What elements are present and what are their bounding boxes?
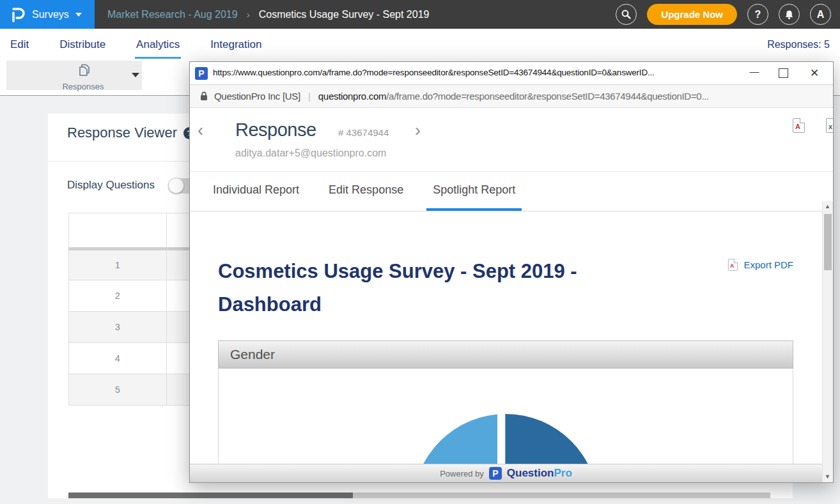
search-icon (621, 10, 631, 19)
gender-panel: Gender (218, 340, 793, 464)
response-id-label: # 43674944 (338, 127, 389, 138)
response-header: ‹ Response # 43674944 › aditya.datar+5@q… (190, 108, 833, 172)
spotlight-report-content: Cosmetics Usage Survey - Sept 2019 - Das… (190, 211, 822, 464)
respondent-email: aditya.datar+5@questionpro.com (235, 148, 386, 159)
horizontal-scrollbar[interactable] (68, 493, 770, 498)
horizontal-scrollbar-thumb[interactable] (68, 493, 353, 498)
nav-item-edit[interactable]: Edit (9, 31, 30, 59)
address-domain: questionpro.com (318, 91, 386, 102)
nav-item-distribute[interactable]: Distribute (58, 31, 107, 59)
questionpro-footer-logo-icon[interactable]: P (489, 467, 502, 480)
gender-panel-header: Gender (218, 340, 793, 369)
scroll-down-arrow-icon[interactable]: ▼ (825, 473, 830, 480)
surveys-menu[interactable]: Surveys (0, 0, 95, 29)
responses-count: Responses: 5 (767, 29, 830, 61)
topbar-actions: Upgrade Now ? A (616, 0, 831, 29)
breadcrumb-separator-icon: › (247, 9, 250, 20)
close-button[interactable]: ✕ (807, 66, 821, 82)
nav-item-integration[interactable]: Integration (209, 31, 263, 59)
nav-items: Edit Distribute Analytics Integration (9, 29, 263, 61)
powered-by-label: Powered by (440, 469, 484, 478)
notifications-button[interactable] (779, 4, 800, 25)
vertical-scrollbar-thumb[interactable] (824, 214, 832, 270)
display-questions-label: Display Questions (67, 179, 155, 192)
search-button[interactable] (616, 4, 637, 25)
upgrade-now-button[interactable]: Upgrade Now (647, 4, 737, 25)
response-viewer-heading: Response Viewer ? (67, 125, 196, 141)
response-viewer-title: Response Viewer (67, 125, 177, 141)
questionpro-favicon-icon: P (195, 67, 208, 80)
row-number: 3 (69, 312, 167, 343)
row-number: 2 (69, 280, 167, 312)
export-pdf-icon[interactable]: A (793, 118, 805, 133)
breadcrumb-current: Cosmetics Usage Survey - Sept 2019 (259, 9, 430, 20)
export-doc-icon[interactable]: x (826, 118, 834, 133)
screen: Surveys Market Research - Aug 2019 › Cos… (0, 0, 840, 504)
powered-by-footer: Powered by P QuestionPro (190, 464, 822, 482)
window-title-bar[interactable]: P https://www.questionpro.com/a/frame.do… (190, 62, 833, 85)
row-number-header (69, 213, 167, 249)
response-tabs: Individual Report Edit Response Spotligh… (190, 172, 822, 211)
security-address-bar: QuestionPro Inc [US] | questionpro.com/a… (190, 85, 833, 108)
scroll-up-arrow-icon[interactable]: ▲ (825, 203, 830, 210)
row-number: 4 (69, 343, 167, 374)
avatar[interactable]: A (810, 4, 831, 25)
help-button[interactable]: ? (747, 4, 768, 25)
maximize-button[interactable] (779, 68, 788, 78)
minimize-button[interactable]: — (747, 66, 761, 81)
address-path: /a/frame.do?mode=responseeditor&response… (386, 91, 709, 102)
questionpro-brand-link[interactable]: QuestionPro (507, 467, 572, 480)
row-number: 1 (69, 249, 167, 280)
nav-item-analytics[interactable]: Analytics (135, 31, 181, 59)
questionpro-logo-icon (10, 6, 26, 23)
lock-icon (200, 91, 208, 101)
pie-slice-gap (497, 414, 505, 464)
responses-toolbar-label: Responses (58, 82, 109, 91)
dashboard-heading: Cosmetics Usage Survey - Sept 2019 - Das… (218, 255, 640, 321)
chevron-down-icon (75, 13, 82, 17)
breadcrumb-parent-link[interactable]: Market Research - Aug 2019 (107, 9, 238, 20)
tab-spotlight-report[interactable]: Spotlight Report (426, 172, 522, 211)
responses-pages-icon (75, 62, 91, 79)
top-header-bar: Surveys Market Research - Aug 2019 › Cos… (0, 0, 840, 29)
address-divider: | (308, 91, 311, 102)
surveys-label: Surveys (32, 9, 69, 20)
response-editor-window: P https://www.questionpro.com/a/frame.do… (189, 61, 834, 483)
breadcrumb: Market Research - Aug 2019 › Cosmetics U… (107, 0, 429, 29)
window-title-url: https://www.questionpro.com/a/frame.do?m… (213, 68, 731, 77)
chevron-down-icon[interactable] (132, 73, 139, 77)
survey-nav-bar: Edit Distribute Analytics Integration Re… (0, 29, 840, 61)
gender-pie-chart (413, 414, 598, 464)
previous-response-button[interactable]: ‹ (198, 122, 203, 139)
gender-panel-title: Gender (230, 347, 275, 362)
tab-individual-report[interactable]: Individual Report (206, 172, 306, 211)
row-number: 5 (69, 374, 167, 406)
toggle-knob[interactable] (168, 178, 184, 194)
export-pdf-link[interactable]: A Export PDF (727, 257, 793, 272)
pdf-file-icon: A (728, 259, 738, 270)
vertical-scrollbar[interactable]: ▲ ▼ (822, 201, 833, 482)
certificate-org: QuestionPro Inc [US] (214, 91, 300, 102)
tab-edit-response[interactable]: Edit Response (322, 172, 410, 211)
next-response-button[interactable]: › (415, 122, 421, 139)
responses-toolbar-button[interactable]: Responses (6, 61, 142, 90)
response-title: Response (235, 119, 316, 141)
bell-icon (784, 10, 794, 20)
gender-panel-body (218, 369, 793, 464)
